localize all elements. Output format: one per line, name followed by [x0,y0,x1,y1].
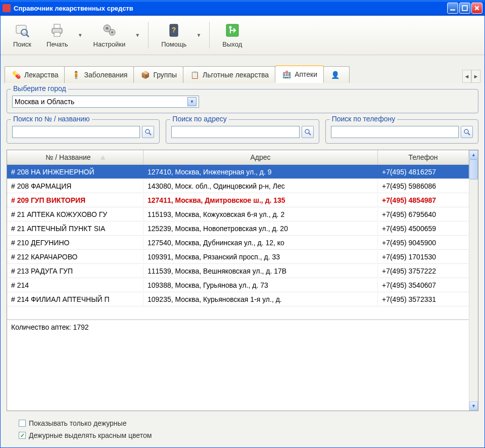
svg-rect-0 [450,9,455,10]
cell-phone: +7(495) 4500659 [378,222,469,235]
cell-phone: +7(495) 4854987 [378,194,469,206]
tab-scroll-left[interactable]: ◄ [462,70,471,83]
help-button[interactable]: ? Помощь [155,20,193,51]
table-footer: Количество аптек: 1792 [7,320,469,334]
print-button[interactable]: Печать [40,20,75,51]
cell-name: # 21 АПТЕКА КОЖУХОВО ГУ [7,208,143,220]
table-body: # 208 НА ИНЖЕНЕРНОЙ127410, Москва, Инжен… [7,165,469,306]
svg-point-9 [106,27,109,30]
tabs: 💊Лекарства 🧍Заболевания 📦Группы 📋Льготны… [1,55,484,83]
svg-line-17 [149,133,151,135]
table-row[interactable]: # 21 АПТЕЧНЫЙ ПУНКТ SIA125239, Москва, Н… [7,221,469,236]
settings-dropdown[interactable]: ▼ [133,32,142,38]
search-address-input[interactable] [171,126,299,138]
cell-name: # 210 ДЕГУНИНО [7,237,143,249]
search-address-fieldset: Поиск по адресу [166,119,319,144]
sort-indicator: △ [101,155,105,160]
svg-line-21 [468,133,470,135]
col-name[interactable]: № / Название△ [7,150,143,164]
cell-name: # 212 КАРАЧАРОВО [7,251,143,263]
city-select[interactable]: Москва и Область ▼ [12,96,199,108]
scroll-thumb[interactable] [469,159,478,180]
cell-phone: +7(495) 5986086 [378,180,469,192]
cell-address: 115193, Москва, Кожуховская 6-я ул., д. … [143,208,378,220]
help-icon: ? [166,22,182,38]
cell-name: # 214 ФИЛИАЛ АПТЕЧНЫЙ П [7,293,143,305]
cell-phone: +7(495) 6795640 [378,208,469,220]
tab-subsidized[interactable]: 📋Льготные лекарства [183,66,275,83]
cell-address: 143080, Моск. обл., Одинцовский р-н, Лес [143,180,378,192]
user-icon: 👤 [330,70,340,80]
scroll-up-button[interactable]: ▲ [469,150,478,159]
tab-scroll-right[interactable]: ► [471,70,480,83]
clipboard-icon: 📋 [189,70,200,80]
settings-button[interactable]: Настройки [87,20,132,51]
tab-pharmacies[interactable]: 🏥Аптеки [275,65,324,83]
svg-rect-1 [462,6,467,11]
cell-address: 125239, Москва, Новопетровская ул., д. 2… [143,222,378,235]
city-legend: Выберите город [11,84,68,93]
pharmacy-table: № / Название△ Адрес Телефон # 208 НА ИНЖ… [7,150,478,411]
tab-diseases[interactable]: 🧍Заболевания [64,66,134,83]
tab-groups[interactable]: 📦Группы [133,66,183,83]
table-header: № / Название△ Адрес Телефон [7,150,469,165]
city-fieldset: Выберите город Москва и Область ▼ [7,89,478,113]
scroll-down-button[interactable]: ▼ [469,401,478,411]
cell-name: # 214 [7,279,143,291]
checkbox-highlight-red[interactable]: ✓ [19,432,26,439]
cell-address: 127540, Москва, Дубнинская ул., д. 12, к… [143,237,378,249]
print-dropdown[interactable]: ▼ [76,32,85,38]
table-row[interactable]: # 212 КАРАЧАРОВО109391, Москва, Рязански… [7,250,469,264]
cell-address: 127410, Москва, Инженерная ул., д. 9 [143,166,378,178]
help-dropdown[interactable]: ▼ [194,32,203,38]
search-phone-input[interactable] [331,126,459,138]
titlebar[interactable]: Справочник лекарственных средств [1,1,484,16]
window-title: Справочник лекарственных средств [14,5,447,12]
checkbox-only-duty[interactable] [19,420,26,427]
cell-address: 109235, Москва, Курьяновская 1-я ул., д. [143,293,378,305]
cell-phone: +7(495) 1701530 [378,251,469,263]
person-icon: 🧍 [71,70,81,80]
close-button[interactable] [471,3,482,14]
search-address-button[interactable] [302,126,314,138]
table-row[interactable]: # 208 НА ИНЖЕНЕРНОЙ127410, Москва, Инжен… [7,165,469,179]
tab-medicines[interactable]: 💊Лекарства [5,66,65,83]
cell-phone: +7(495) 9045900 [378,237,469,249]
minimize-button[interactable] [447,3,458,14]
cell-address: 109391, Москва, Рязанский просп., д. 33 [143,251,378,263]
col-address[interactable]: Адрес [143,150,378,164]
checkbox-highlight-red-row: ✓ Дежурные выделять красным цветом [7,429,478,441]
svg-point-18 [305,129,309,133]
table-row[interactable]: # 209 ГУП ВИКТОРИЯ127411, Москва, Дмитро… [7,193,469,207]
search-name-button[interactable] [142,126,154,138]
cell-address: 111539, Москва, Вешняковская ул., д. 17В [143,265,378,277]
cell-name: # 208 НА ИНЖЕНЕРНОЙ [7,166,143,178]
table-row[interactable]: # 210 ДЕГУНИНО127540, Москва, Дубнинская… [7,236,469,250]
exit-icon [224,22,240,38]
table-row[interactable]: # 214109388, Москва, Гурьянова ул., д. 7… [7,278,469,292]
cell-name: # 209 ГУП ВИКТОРИЯ [7,194,143,206]
search-button[interactable]: Поиск [7,20,38,51]
app-icon [3,4,11,12]
vertical-scrollbar[interactable]: ▲ ▼ [469,150,478,411]
table-row[interactable]: # 214 ФИЛИАЛ АПТЕЧНЫЙ П109235, Москва, К… [7,292,469,306]
search-name-input[interactable] [12,126,140,138]
cell-name: # 21 АПТЕЧНЫЙ ПУНКТ SIA [7,222,143,235]
table-row[interactable]: # 21 АПТЕКА КОЖУХОВО ГУ115193, Москва, К… [7,207,469,221]
exit-button[interactable]: Выход [216,20,249,51]
search-phone-button[interactable] [461,126,473,138]
col-phone[interactable]: Телефон [378,150,469,164]
pills-icon: 💊 [11,70,21,80]
search-name-fieldset: Поиск по № / названию [7,119,160,144]
cell-phone: +7(495) 3572331 [378,293,469,305]
print-icon [49,22,65,38]
cell-phone: +7(495) 4816257 [378,166,469,178]
table-row[interactable]: # 213 РАДУГА ГУП111539, Москва, Вешняков… [7,264,469,278]
cell-phone: +7(495) 3757222 [378,265,469,277]
svg-point-20 [464,129,468,133]
cell-phone: +7(495) 3540607 [378,279,469,291]
table-row[interactable]: # 208 ФАРМАЦИЯ143080, Моск. обл., Одинцо… [7,179,469,193]
svg-rect-6 [54,24,60,28]
maximize-button[interactable] [459,3,470,14]
tab-more[interactable]: 👤 [323,66,350,83]
